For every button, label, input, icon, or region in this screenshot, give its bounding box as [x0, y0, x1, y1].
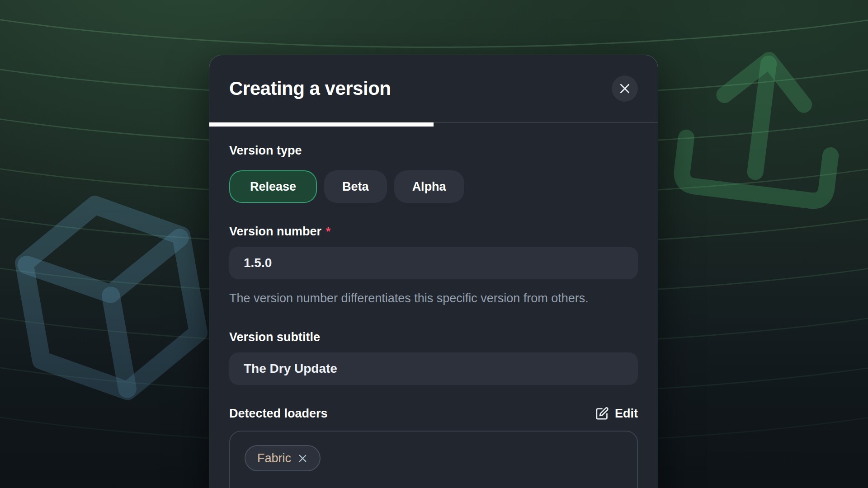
create-version-modal: Creating a version Version type Release … [209, 55, 658, 488]
modal-header: Creating a version [209, 55, 658, 123]
package-cube-icon [0, 173, 238, 463]
close-button[interactable] [612, 75, 638, 102]
version-number-help-text: The version number differentiates this s… [229, 290, 636, 307]
version-subtitle-input[interactable] [229, 352, 638, 385]
version-number-input[interactable] [229, 247, 638, 279]
version-type-beta-button[interactable]: Beta [324, 170, 387, 203]
loader-chip-label: Fabric [257, 451, 291, 465]
version-number-label: Version number [229, 225, 321, 239]
modal-body: Version type Release Beta Alpha Version … [209, 123, 658, 488]
loader-chip-fabric[interactable]: Fabric [245, 445, 321, 471]
detected-loaders-label: Detected loaders [229, 407, 328, 421]
square-pen-icon [595, 407, 609, 421]
required-asterisk: * [326, 225, 330, 239]
version-type-label: Version type [229, 144, 638, 158]
upload-arrow-icon [659, 31, 863, 252]
version-subtitle-label: Version subtitle [229, 330, 638, 344]
version-number-label-row: Version number * [229, 225, 638, 239]
progress-bar-fill [209, 122, 434, 127]
edit-loaders-label: Edit [615, 407, 638, 421]
detected-loaders-row: Detected loaders Edit [229, 407, 638, 421]
version-type-release-button[interactable]: Release [229, 170, 317, 203]
close-icon [619, 83, 631, 94]
version-type-alpha-button[interactable]: Alpha [394, 170, 464, 203]
remove-chip-icon[interactable] [297, 453, 308, 464]
contour-line [0, 0, 868, 48]
version-type-options: Release Beta Alpha [229, 170, 638, 203]
detected-loaders-box: Fabric [229, 431, 638, 488]
modal-title: Creating a version [229, 78, 391, 99]
edit-loaders-button[interactable]: Edit [595, 407, 638, 421]
